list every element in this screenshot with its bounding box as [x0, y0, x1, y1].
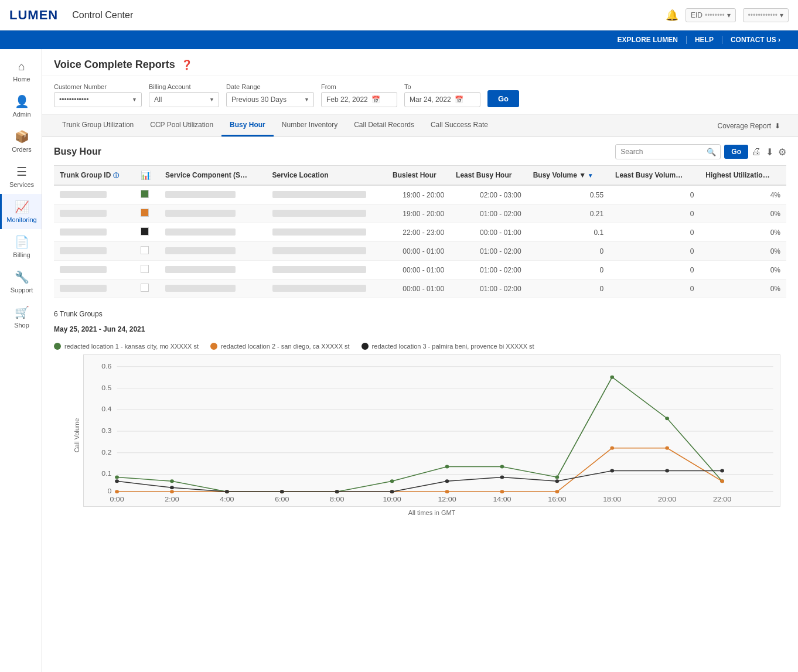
- svg-point-52: [225, 490, 229, 493]
- settings-icon[interactable]: ⚙: [778, 146, 786, 158]
- eid-value: ••••••••: [705, 11, 725, 19]
- col-trunk-group-id[interactable]: Trunk Group ID ⓘ: [54, 166, 135, 186]
- legend-label-black: redacted location 3 - palmira beni, prov…: [372, 343, 534, 350]
- svg-text:12:00: 12:00: [438, 496, 456, 503]
- legend-item-black: redacted location 3 - palmira beni, prov…: [362, 343, 534, 350]
- help-link[interactable]: HELP: [687, 36, 722, 44]
- table-row: ••••••••••••••••••••••••••••••••••00:00 …: [54, 279, 786, 298]
- calendar-icon: 📅: [371, 95, 380, 104]
- help-icon[interactable]: ❓: [181, 59, 193, 70]
- search-input[interactable]: [615, 144, 721, 159]
- tab-call-success[interactable]: Call Success Rate: [422, 115, 496, 137]
- sidebar-item-support[interactable]: 🔧 Support: [0, 264, 42, 299]
- table-row: ••••••••••••••••••••••••••••••••••00:00 …: [54, 261, 786, 279]
- svg-point-38: [115, 490, 119, 493]
- svg-text:0.2: 0.2: [101, 448, 111, 455]
- svg-point-46: [555, 490, 559, 493]
- svg-text:6:00: 6:00: [275, 496, 289, 503]
- col-color: 📊: [135, 166, 159, 186]
- svg-point-50: [115, 479, 119, 483]
- sidebar-label-admin: Admin: [12, 111, 30, 118]
- sidebar-item-monitoring[interactable]: 📈 Monitoring: [0, 194, 42, 229]
- main-content: Voice Complete Reports ❓ Customer Number…: [42, 49, 798, 672]
- customer-number-filter: Customer Number ••••••••••••: [54, 83, 142, 107]
- top-nav: LUMEN Control Center 🔔 EID •••••••• ▾ ••…: [0, 0, 798, 30]
- col-least-busy-hour[interactable]: Least Busy Hour: [450, 166, 527, 186]
- from-date-input[interactable]: Feb 22, 2022 📅: [321, 92, 397, 107]
- to-date-filter: To Mar 24, 2022 📅: [404, 83, 480, 107]
- sidebar-label-support: Support: [11, 286, 33, 294]
- shop-icon: 🛒: [15, 305, 29, 319]
- search-bar: 🔍 Go 🖨 ⬇ ⚙: [615, 144, 786, 159]
- color-swatch: [141, 246, 149, 254]
- col-busiest-hour[interactable]: Busiest Hour: [387, 166, 450, 186]
- customer-number-label: Customer Number: [54, 83, 142, 90]
- eid-selector[interactable]: EID •••••••• ▾: [686, 8, 736, 22]
- svg-point-54: [335, 490, 339, 493]
- to-label: To: [404, 83, 480, 90]
- sidebar-item-admin[interactable]: 👤 Admin: [0, 88, 42, 124]
- svg-point-33: [500, 465, 504, 469]
- table-row: ••••••••••••••••••••••••••••••••••00:00 …: [54, 242, 786, 261]
- print-icon[interactable]: 🖨: [752, 146, 761, 157]
- legend-label-orange: redacted location 2 - san diego, ca XXXX…: [221, 343, 350, 350]
- sidebar-label-home: Home: [13, 76, 30, 83]
- col-highest-utilization[interactable]: Highest Utilizatio…: [700, 166, 786, 186]
- sidebar: ⌂ Home 👤 Admin 📦 Orders ☰ Services 📈 Mon…: [0, 49, 42, 672]
- tab-ccp-pool[interactable]: CCP Pool Utilization: [142, 115, 221, 137]
- table-header-row: Trunk Group ID ⓘ 📊 Service Component (S……: [54, 166, 786, 186]
- svg-point-32: [445, 465, 449, 469]
- sidebar-item-billing[interactable]: 📄 Billing: [0, 229, 42, 264]
- svg-point-60: [665, 469, 669, 472]
- sidebar-item-shop[interactable]: 🛒 Shop: [0, 299, 42, 335]
- filter-bar: Customer Number •••••••••••• Billing Acc…: [42, 76, 798, 115]
- col-service-component[interactable]: Service Component (S…: [159, 166, 267, 186]
- top-nav-right: 🔔 EID •••••••• ▾ •••••••••••• ▾: [666, 8, 789, 22]
- svg-text:0: 0: [108, 487, 112, 494]
- table-footer: 6 Trunk Groups: [42, 305, 798, 323]
- svg-point-59: [610, 469, 614, 472]
- legend-dot-black: [362, 343, 369, 350]
- svg-point-34: [555, 475, 559, 479]
- tab-trunk-group[interactable]: Trunk Group Utilization: [54, 115, 142, 137]
- sidebar-item-home[interactable]: ⌂ Home: [0, 54, 42, 88]
- legend-item-orange: redacted location 2 - san diego, ca XXXX…: [210, 343, 350, 350]
- sidebar-item-services[interactable]: ☰ Services: [0, 159, 42, 194]
- customer-number-select[interactable]: ••••••••••••: [54, 92, 142, 107]
- coverage-report-button[interactable]: Coverage Report ⬇: [712, 118, 786, 134]
- sidebar-item-orders[interactable]: 📦 Orders: [0, 124, 42, 159]
- explore-lumen-link[interactable]: EXPLORE LUMEN: [609, 36, 687, 44]
- filter-go-button[interactable]: Go: [487, 90, 519, 107]
- svg-text:0:00: 0:00: [110, 496, 124, 503]
- svg-point-49: [720, 479, 724, 483]
- page-title: Voice Complete Reports: [54, 59, 175, 71]
- notifications-icon[interactable]: 🔔: [666, 9, 678, 22]
- app-title: Control Center: [72, 10, 666, 21]
- col-busy-volume[interactable]: Busy Volume ▼: [527, 166, 609, 186]
- svg-text:4:00: 4:00: [220, 496, 234, 503]
- billing-account-filter: Billing Account All: [149, 83, 219, 107]
- calendar-icon-to: 📅: [455, 95, 463, 104]
- table-section: Busy Hour 🔍 Go 🖨 ⬇ ⚙: [42, 137, 798, 305]
- legend-dot-green: [54, 343, 61, 350]
- tab-number-inventory[interactable]: Number Inventory: [274, 115, 346, 137]
- tab-busy-hour[interactable]: Busy Hour: [221, 115, 274, 137]
- tab-call-detail[interactable]: Call Detail Records: [346, 115, 422, 137]
- search-go-button[interactable]: Go: [724, 145, 748, 159]
- col-least-busy-volume[interactable]: Least Busy Volum…: [609, 166, 700, 186]
- orders-icon: 📦: [15, 129, 29, 144]
- sidebar-label-shop: Shop: [14, 322, 29, 329]
- services-icon: ☰: [16, 165, 27, 179]
- date-range-select[interactable]: Previous 30 Days: [226, 92, 314, 107]
- col-service-location[interactable]: Service Location: [267, 166, 387, 186]
- to-date-input[interactable]: Mar 24, 2022 📅: [404, 92, 480, 107]
- billing-account-select-wrapper: All: [149, 92, 219, 107]
- billing-account-select[interactable]: All: [149, 92, 219, 107]
- account-selector[interactable]: •••••••••••• ▾: [743, 8, 789, 22]
- account-chevron-icon: ▾: [780, 11, 783, 19]
- export-icon[interactable]: ⬇: [766, 146, 773, 158]
- page-header: Voice Complete Reports ❓: [42, 49, 798, 76]
- legend-label-green: redacted location 1 - kansas city, mo XX…: [64, 343, 199, 350]
- svg-point-61: [720, 469, 724, 472]
- contact-us-link[interactable]: CONTACT US ›: [722, 36, 789, 44]
